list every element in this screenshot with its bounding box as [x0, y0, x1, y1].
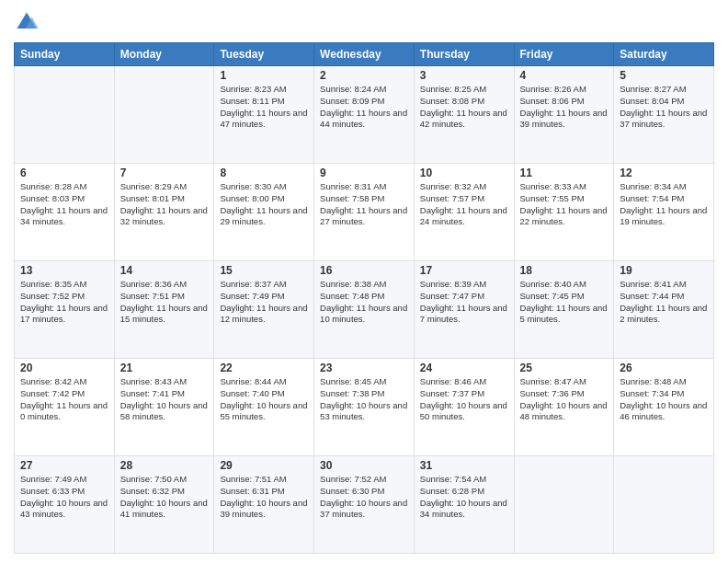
cell-content: Sunrise: 8:38 AM Sunset: 7:48 PM Dayligh… — [320, 279, 408, 326]
day-number: 5 — [620, 69, 708, 82]
page-header — [14, 9, 714, 35]
cell-content: Sunrise: 8:44 AM Sunset: 7:40 PM Dayligh… — [220, 376, 308, 423]
day-number: 1 — [220, 69, 308, 82]
calendar-cell — [15, 66, 115, 164]
day-number: 11 — [520, 167, 609, 179]
calendar-week-3: 13Sunrise: 8:35 AM Sunset: 7:52 PM Dayli… — [15, 261, 714, 359]
cell-content: Sunrise: 8:42 AM Sunset: 7:42 PM Dayligh… — [20, 376, 108, 423]
cell-content: Sunrise: 8:26 AM Sunset: 8:06 PM Dayligh… — [520, 84, 609, 131]
day-number: 23 — [320, 362, 408, 374]
day-number: 22 — [220, 362, 308, 374]
calendar-cell: 15Sunrise: 8:37 AM Sunset: 7:49 PM Dayli… — [214, 261, 314, 359]
calendar-cell — [614, 456, 714, 554]
calendar-cell: 31Sunrise: 7:54 AM Sunset: 6:28 PM Dayli… — [414, 456, 514, 554]
calendar-cell: 27Sunrise: 7:49 AM Sunset: 6:33 PM Dayli… — [15, 456, 115, 554]
logo-icon — [14, 9, 40, 35]
day-number: 21 — [120, 362, 209, 374]
calendar-cell: 18Sunrise: 8:40 AM Sunset: 7:45 PM Dayli… — [514, 261, 614, 359]
cell-content: Sunrise: 8:30 AM Sunset: 8:00 PM Dayligh… — [220, 181, 308, 228]
calendar-week-1: 1Sunrise: 8:23 AM Sunset: 8:11 PM Daylig… — [15, 66, 714, 164]
day-number: 2 — [320, 69, 408, 82]
cell-content: Sunrise: 8:33 AM Sunset: 7:55 PM Dayligh… — [520, 181, 609, 228]
calendar-cell: 4Sunrise: 8:26 AM Sunset: 8:06 PM Daylig… — [514, 66, 614, 164]
cell-content: Sunrise: 8:24 AM Sunset: 8:09 PM Dayligh… — [320, 84, 408, 131]
calendar-cell: 19Sunrise: 8:41 AM Sunset: 7:44 PM Dayli… — [614, 261, 714, 359]
cell-content: Sunrise: 8:29 AM Sunset: 8:01 PM Dayligh… — [120, 181, 209, 228]
day-number: 16 — [320, 264, 408, 277]
calendar-cell: 25Sunrise: 8:47 AM Sunset: 7:36 PM Dayli… — [514, 359, 614, 456]
calendar-cell: 26Sunrise: 8:48 AM Sunset: 7:34 PM Dayli… — [614, 359, 714, 456]
calendar-cell: 17Sunrise: 8:39 AM Sunset: 7:47 PM Dayli… — [414, 261, 514, 359]
calendar-cell: 29Sunrise: 7:51 AM Sunset: 6:31 PM Dayli… — [214, 456, 314, 554]
calendar-cell: 20Sunrise: 8:42 AM Sunset: 7:42 PM Dayli… — [15, 359, 115, 456]
day-number: 30 — [320, 459, 408, 472]
calendar-cell: 1Sunrise: 8:23 AM Sunset: 8:11 PM Daylig… — [214, 66, 314, 164]
day-number: 29 — [220, 459, 308, 472]
cell-content: Sunrise: 7:52 AM Sunset: 6:30 PM Dayligh… — [320, 474, 408, 521]
calendar-cell: 30Sunrise: 7:52 AM Sunset: 6:30 PM Dayli… — [314, 456, 415, 554]
day-number: 4 — [520, 69, 609, 82]
day-number: 17 — [420, 264, 508, 277]
calendar-week-5: 27Sunrise: 7:49 AM Sunset: 6:33 PM Dayli… — [15, 456, 714, 554]
calendar-cell — [514, 456, 614, 554]
calendar-cell: 2Sunrise: 8:24 AM Sunset: 8:09 PM Daylig… — [314, 66, 415, 164]
day-number: 24 — [420, 362, 508, 374]
cell-content: Sunrise: 8:25 AM Sunset: 8:08 PM Dayligh… — [420, 84, 508, 131]
cell-content: Sunrise: 7:54 AM Sunset: 6:28 PM Dayligh… — [420, 474, 508, 521]
day-number: 27 — [20, 459, 108, 472]
day-header-thursday: Thursday — [414, 43, 514, 66]
day-number: 13 — [20, 264, 108, 277]
day-header-tuesday: Tuesday — [214, 43, 314, 66]
cell-content: Sunrise: 8:43 AM Sunset: 7:41 PM Dayligh… — [120, 376, 209, 423]
day-number: 8 — [220, 167, 308, 179]
cell-content: Sunrise: 8:45 AM Sunset: 7:38 PM Dayligh… — [320, 376, 408, 423]
day-number: 26 — [620, 362, 708, 374]
calendar-cell: 14Sunrise: 8:36 AM Sunset: 7:51 PM Dayli… — [114, 261, 214, 359]
calendar-week-2: 6Sunrise: 8:28 AM Sunset: 8:03 PM Daylig… — [15, 164, 714, 261]
cell-content: Sunrise: 7:50 AM Sunset: 6:32 PM Dayligh… — [120, 474, 209, 521]
calendar-cell: 13Sunrise: 8:35 AM Sunset: 7:52 PM Dayli… — [15, 261, 115, 359]
day-header-monday: Monday — [114, 43, 214, 66]
calendar-cell: 28Sunrise: 7:50 AM Sunset: 6:32 PM Dayli… — [114, 456, 214, 554]
calendar-cell: 8Sunrise: 8:30 AM Sunset: 8:00 PM Daylig… — [214, 164, 314, 261]
cell-content: Sunrise: 8:37 AM Sunset: 7:49 PM Dayligh… — [220, 279, 308, 326]
cell-content: Sunrise: 7:51 AM Sunset: 6:31 PM Dayligh… — [220, 474, 308, 521]
cell-content: Sunrise: 8:32 AM Sunset: 7:57 PM Dayligh… — [420, 181, 508, 228]
calendar-cell — [114, 66, 214, 164]
calendar-table: SundayMondayTuesdayWednesdayThursdayFrid… — [14, 42, 714, 554]
calendar-cell: 10Sunrise: 8:32 AM Sunset: 7:57 PM Dayli… — [414, 164, 514, 261]
calendar-cell: 22Sunrise: 8:44 AM Sunset: 7:40 PM Dayli… — [214, 359, 314, 456]
cell-content: Sunrise: 8:46 AM Sunset: 7:37 PM Dayligh… — [420, 376, 508, 423]
day-number: 7 — [120, 167, 209, 179]
calendar-cell: 3Sunrise: 8:25 AM Sunset: 8:08 PM Daylig… — [414, 66, 514, 164]
day-number: 15 — [220, 264, 308, 277]
calendar-cell: 23Sunrise: 8:45 AM Sunset: 7:38 PM Dayli… — [314, 359, 415, 456]
day-number: 20 — [20, 362, 108, 374]
calendar-cell: 6Sunrise: 8:28 AM Sunset: 8:03 PM Daylig… — [15, 164, 115, 261]
logo — [14, 9, 43, 35]
cell-content: Sunrise: 8:27 AM Sunset: 8:04 PM Dayligh… — [620, 84, 708, 131]
cell-content: Sunrise: 8:41 AM Sunset: 7:44 PM Dayligh… — [620, 279, 708, 326]
calendar-header-row: SundayMondayTuesdayWednesdayThursdayFrid… — [15, 43, 714, 66]
calendar-cell: 21Sunrise: 8:43 AM Sunset: 7:41 PM Dayli… — [114, 359, 214, 456]
cell-content: Sunrise: 8:47 AM Sunset: 7:36 PM Dayligh… — [520, 376, 609, 423]
calendar-body: 1Sunrise: 8:23 AM Sunset: 8:11 PM Daylig… — [15, 66, 714, 554]
day-number: 6 — [20, 167, 108, 179]
day-number: 28 — [120, 459, 209, 472]
day-number: 3 — [420, 69, 508, 82]
calendar-cell: 9Sunrise: 8:31 AM Sunset: 7:58 PM Daylig… — [314, 164, 415, 261]
day-header-wednesday: Wednesday — [314, 43, 415, 66]
cell-content: Sunrise: 7:49 AM Sunset: 6:33 PM Dayligh… — [20, 474, 108, 521]
calendar-cell: 16Sunrise: 8:38 AM Sunset: 7:48 PM Dayli… — [314, 261, 415, 359]
calendar-cell: 12Sunrise: 8:34 AM Sunset: 7:54 PM Dayli… — [614, 164, 714, 261]
day-number: 19 — [620, 264, 708, 277]
day-header-saturday: Saturday — [614, 43, 714, 66]
cell-content: Sunrise: 8:36 AM Sunset: 7:51 PM Dayligh… — [120, 279, 209, 326]
calendar-week-4: 20Sunrise: 8:42 AM Sunset: 7:42 PM Dayli… — [15, 359, 714, 456]
day-number: 31 — [420, 459, 508, 472]
day-number: 10 — [420, 167, 508, 179]
cell-content: Sunrise: 8:39 AM Sunset: 7:47 PM Dayligh… — [420, 279, 508, 326]
cell-content: Sunrise: 8:23 AM Sunset: 8:11 PM Dayligh… — [220, 84, 308, 131]
day-number: 14 — [120, 264, 209, 277]
day-header-friday: Friday — [514, 43, 614, 66]
